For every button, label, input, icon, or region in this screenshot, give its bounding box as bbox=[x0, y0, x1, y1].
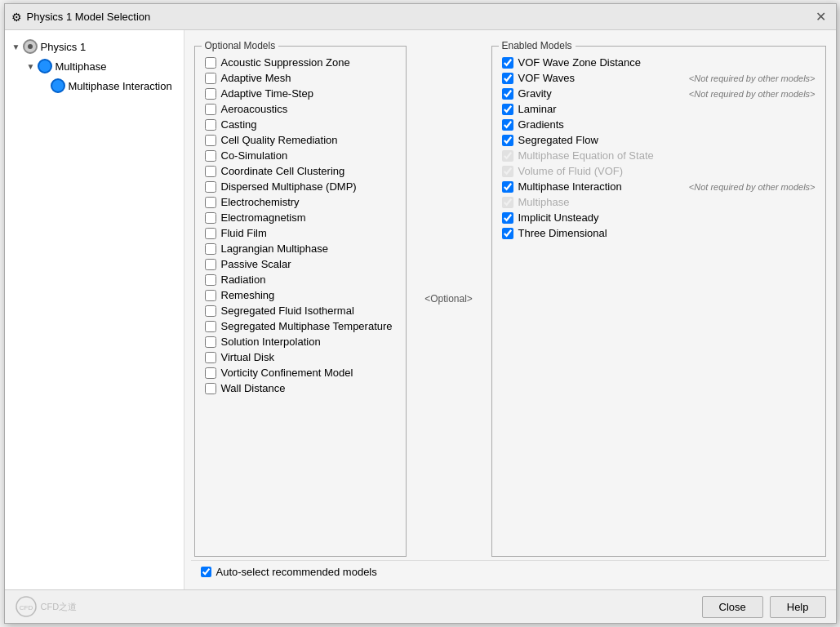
label-virtual-disk: Virtual Disk bbox=[221, 351, 275, 363]
main-panel: Optional Models Acoustic Suppression Zon… bbox=[184, 30, 836, 589]
enabled-checkbox-three-dim[interactable] bbox=[502, 228, 513, 239]
enabled-left-vof-waves: VOF Waves bbox=[502, 72, 576, 84]
checkbox-radiation[interactable] bbox=[205, 274, 216, 286]
enabled-label-implicit-unsteady: Implicit Unsteady bbox=[518, 211, 599, 224]
checkbox-seg-multi-temp[interactable] bbox=[205, 321, 216, 332]
optional-item-seg-fluid-iso[interactable]: Segregated Fluid Isothermal bbox=[202, 303, 399, 318]
sidebar-item-multiphase[interactable]: ▼ Multiphase bbox=[8, 56, 180, 76]
checkbox-passive[interactable] bbox=[205, 259, 216, 270]
checkbox-adaptive-mesh[interactable] bbox=[205, 73, 216, 84]
checkbox-cell-quality[interactable] bbox=[205, 135, 216, 146]
enabled-label-gravity: Gravity bbox=[518, 87, 552, 100]
enabled-item-seg-flow[interactable]: Segregated Flow bbox=[499, 132, 819, 148]
optional-item-radiation[interactable]: Radiation bbox=[202, 272, 399, 287]
expand-icon-physics1[interactable]: ▼ bbox=[10, 40, 23, 53]
optional-item-electromagn[interactable]: Electromagnetism bbox=[202, 210, 399, 225]
label-wall-distance: Wall Distance bbox=[221, 382, 286, 394]
checkbox-acoustic[interactable] bbox=[205, 57, 216, 69]
optional-item-adaptive-time[interactable]: Adaptive Time-Step bbox=[202, 86, 399, 101]
optional-item-passive[interactable]: Passive Scalar bbox=[202, 256, 399, 272]
enabled-item-multiphase-inter[interactable]: Multiphase Interaction<Not required by o… bbox=[499, 179, 819, 194]
checkbox-virtual-disk[interactable] bbox=[205, 352, 216, 363]
enabled-label-laminar: Laminar bbox=[518, 103, 557, 115]
window-close-button[interactable]: ✕ bbox=[813, 9, 829, 25]
optional-item-acoustic[interactable]: Acoustic Suppression Zone bbox=[202, 55, 399, 70]
checkbox-seg-fluid-iso[interactable] bbox=[205, 305, 216, 317]
optional-item-adaptive-mesh[interactable]: Adaptive Mesh bbox=[202, 70, 399, 86]
title-bar-left: ⚙ Physics 1 Model Selection bbox=[11, 11, 151, 24]
optional-item-casting[interactable]: Casting bbox=[202, 117, 399, 132]
optional-item-virtual-disk[interactable]: Virtual Disk bbox=[202, 349, 399, 365]
optional-item-fluid-film[interactable]: Fluid Film bbox=[202, 225, 399, 241]
enabled-item-implicit-unsteady[interactable]: Implicit Unsteady bbox=[499, 210, 819, 225]
optional-item-remeshing[interactable]: Remeshing bbox=[202, 287, 399, 303]
auto-select-label[interactable]: Auto-select recommended models bbox=[201, 566, 377, 578]
checkbox-lagrangian[interactable] bbox=[205, 243, 216, 255]
checkbox-adaptive-time[interactable] bbox=[205, 88, 216, 100]
optional-item-electrochem[interactable]: Electrochemistry bbox=[202, 194, 399, 210]
enabled-left-three-dim: Three Dimensional bbox=[502, 227, 607, 239]
checkbox-electromagn[interactable] bbox=[205, 212, 216, 224]
checkbox-co-sim[interactable] bbox=[205, 150, 216, 162]
auto-select-checkbox[interactable] bbox=[201, 567, 211, 577]
close-button[interactable]: Close bbox=[702, 596, 763, 618]
sidebar-label-multiphase: Multiphase bbox=[56, 60, 107, 73]
optional-item-seg-multi-temp[interactable]: Segregated Multiphase Temperature bbox=[202, 318, 399, 334]
svg-point-0 bbox=[28, 44, 33, 49]
enabled-item-laminar[interactable]: Laminar bbox=[499, 101, 819, 117]
optional-item-aeroacoustics[interactable]: Aeroacoustics bbox=[202, 101, 399, 117]
optional-item-dispersed[interactable]: Dispersed Multiphase (DMP) bbox=[202, 179, 399, 194]
bottom-bar: Auto-select recommended models bbox=[191, 560, 829, 583]
enabled-item-vof-waves[interactable]: VOF Waves<Not required by other models> bbox=[499, 70, 819, 86]
sidebar-label-physics1: Physics 1 bbox=[41, 41, 87, 53]
enabled-checkbox-gravity[interactable] bbox=[502, 88, 513, 100]
enabled-item-gradients[interactable]: Gradients bbox=[499, 117, 819, 132]
label-adaptive-time: Adaptive Time-Step bbox=[221, 87, 313, 100]
checkbox-aeroacoustics[interactable] bbox=[205, 104, 216, 115]
enabled-models-panel: Enabled Models VOF Wave Zone DistanceVOF… bbox=[491, 40, 826, 557]
label-cell-quality: Cell Quality Remediation bbox=[221, 134, 338, 146]
checkbox-dispersed[interactable] bbox=[205, 181, 216, 193]
label-seg-fluid-iso: Segregated Fluid Isothermal bbox=[221, 305, 354, 317]
enabled-item-multiphase-eq: Multiphase Equation of State bbox=[499, 148, 819, 163]
enabled-item-gravity[interactable]: Gravity<Not required by other models> bbox=[499, 86, 819, 101]
enabled-label-vof-wave-zone: VOF Wave Zone Distance bbox=[518, 56, 642, 69]
enabled-item-three-dim[interactable]: Three Dimensional bbox=[499, 225, 819, 241]
enabled-label-multiphase-inter: Multiphase Interaction bbox=[518, 180, 622, 193]
checkbox-remeshing[interactable] bbox=[205, 290, 216, 301]
checkbox-electrochem[interactable] bbox=[205, 197, 216, 208]
sidebar-item-physics1[interactable]: ▼ Physics 1 bbox=[8, 37, 180, 56]
enabled-checkbox-vof-wave-zone[interactable] bbox=[502, 57, 513, 69]
help-button[interactable]: Help bbox=[770, 596, 826, 618]
optional-item-solution-interp[interactable]: Solution Interpolation bbox=[202, 334, 399, 349]
title-bar: ⚙ Physics 1 Model Selection ✕ bbox=[5, 4, 836, 30]
optional-item-cell-quality[interactable]: Cell Quality Remediation bbox=[202, 132, 399, 148]
label-electromagn: Electromagnetism bbox=[221, 211, 306, 224]
enabled-checkbox-vof-waves[interactable] bbox=[502, 73, 513, 84]
enabled-item-vof-wave-zone[interactable]: VOF Wave Zone Distance bbox=[499, 55, 819, 70]
checkbox-casting[interactable] bbox=[205, 119, 216, 131]
optional-item-lagrangian[interactable]: Lagrangian Multiphase bbox=[202, 241, 399, 256]
optional-item-vorticity[interactable]: Vorticity Confinement Model bbox=[202, 365, 399, 380]
main-window: ⚙ Physics 1 Model Selection ✕ ▼ Physics … bbox=[4, 3, 837, 624]
enabled-left-vof: Volume of Fluid (VOF) bbox=[502, 165, 624, 177]
optional-item-coord-cell[interactable]: Coordinate Cell Clustering bbox=[202, 163, 399, 179]
sidebar-item-multiphase-interaction[interactable]: ▶ Multiphase Interaction bbox=[8, 76, 180, 96]
optional-item-wall-distance[interactable]: Wall Distance bbox=[202, 380, 399, 396]
enabled-checkbox-gradients[interactable] bbox=[502, 119, 513, 131]
checkbox-coord-cell[interactable] bbox=[205, 166, 216, 177]
checkbox-solution-interp[interactable] bbox=[205, 336, 216, 348]
enabled-checkbox-laminar[interactable] bbox=[502, 104, 513, 115]
optional-item-co-sim[interactable]: Co-Simulation bbox=[202, 148, 399, 163]
enabled-checkbox-implicit-unsteady[interactable] bbox=[502, 212, 513, 224]
enabled-checkbox-multiphase-inter[interactable] bbox=[502, 181, 513, 193]
checkbox-wall-distance[interactable] bbox=[205, 383, 216, 394]
optional-models-legend: Optional Models bbox=[202, 40, 279, 51]
checkbox-vorticity[interactable] bbox=[205, 367, 216, 379]
label-vorticity: Vorticity Confinement Model bbox=[221, 367, 353, 379]
enabled-checkbox-seg-flow[interactable] bbox=[502, 135, 513, 146]
enabled-left-vof-wave-zone: VOF Wave Zone Distance bbox=[502, 56, 642, 69]
checkbox-fluid-film[interactable] bbox=[205, 228, 216, 239]
expand-icon-multiphase[interactable]: ▼ bbox=[24, 60, 38, 73]
label-remeshing: Remeshing bbox=[221, 289, 275, 301]
